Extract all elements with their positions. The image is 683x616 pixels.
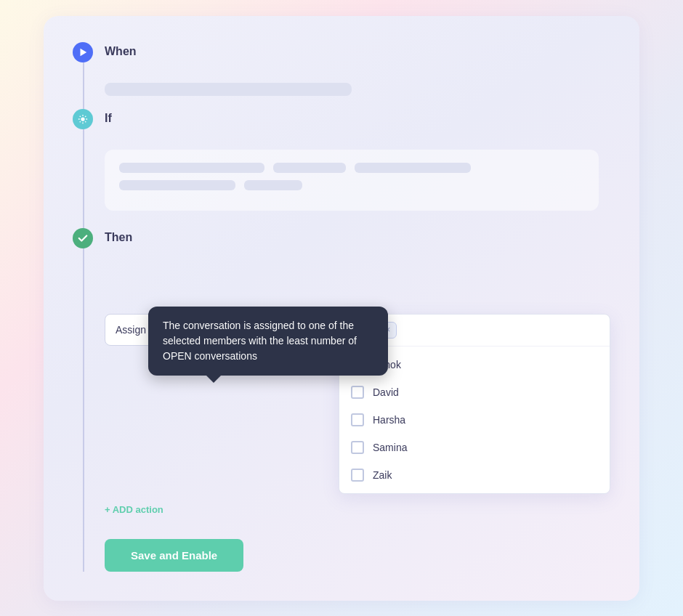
david-name: David xyxy=(373,386,399,398)
if-bar-4 xyxy=(119,180,235,190)
check-icon xyxy=(78,233,88,243)
member-item-david[interactable]: David xyxy=(339,378,610,406)
then-step: Then xyxy=(73,228,610,248)
member-item-harsha[interactable]: Harsha xyxy=(339,406,610,434)
timeline-line xyxy=(83,62,84,572)
play-icon xyxy=(78,47,88,57)
add-action-link[interactable]: + ADD action xyxy=(105,504,163,515)
then-step-label: Then xyxy=(105,228,132,244)
if-bar-1 xyxy=(119,163,264,173)
if-step-label: If xyxy=(105,109,112,125)
if-bar-3 xyxy=(355,163,471,173)
when-content xyxy=(105,83,610,96)
if-bar-2 xyxy=(273,163,346,173)
when-step-icon xyxy=(73,42,93,62)
tooltip-box: The conversation is assigned to one of t… xyxy=(148,307,388,376)
svg-point-1 xyxy=(81,117,84,121)
if-step-icon xyxy=(73,109,93,129)
when-bar-placeholder xyxy=(105,83,352,96)
save-enable-button[interactable]: Save and Enable xyxy=(105,539,243,572)
samina-checkbox[interactable] xyxy=(351,441,364,454)
then-step-icon xyxy=(73,228,93,248)
then-content: The conversation is assigned to one of t… xyxy=(105,314,610,572)
tooltip-text: The conversation is assigned to one of t… xyxy=(163,320,357,362)
zaik-checkbox[interactable] xyxy=(351,469,364,482)
if-bar-5 xyxy=(244,180,302,190)
member-item-samina[interactable]: Samina xyxy=(339,434,610,461)
timeline: When If xyxy=(73,42,610,572)
member-item-zaik[interactable]: Zaik xyxy=(339,461,610,489)
samina-name: Samina xyxy=(373,442,407,453)
when-step-label: When xyxy=(105,42,137,58)
main-card: When If xyxy=(44,16,639,601)
svg-marker-0 xyxy=(81,48,87,56)
if-content xyxy=(105,150,610,211)
if-step: If xyxy=(73,109,610,129)
harsha-checkbox[interactable] xyxy=(351,413,364,426)
zaik-name: Zaik xyxy=(373,469,392,481)
david-checkbox[interactable] xyxy=(351,386,364,399)
when-step: When xyxy=(73,42,610,62)
harsha-name: Harsha xyxy=(373,414,405,426)
if-block xyxy=(105,150,599,211)
gear-icon xyxy=(78,114,88,124)
